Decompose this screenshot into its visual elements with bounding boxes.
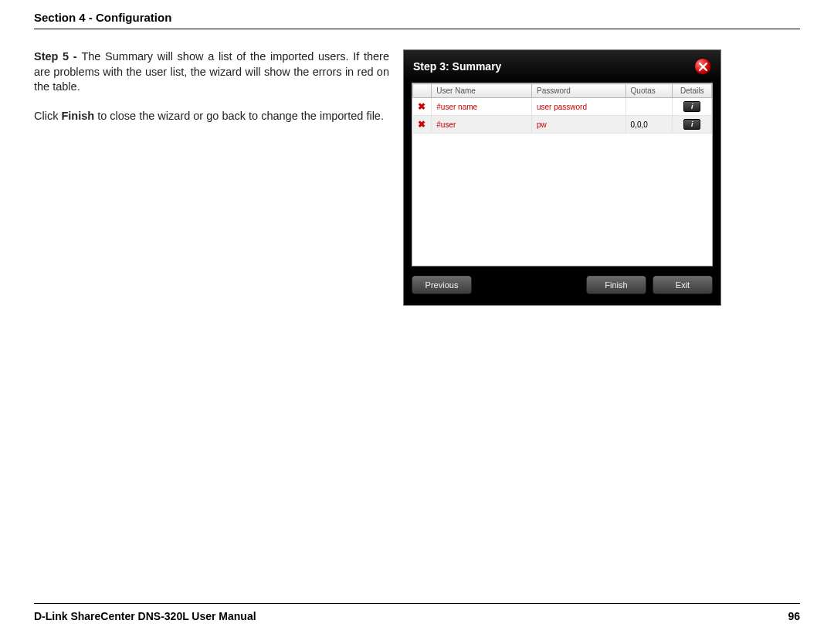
paragraph-1: The Summary will show a list of the impo… xyxy=(34,50,389,93)
details-button[interactable]: i xyxy=(683,119,700,130)
step-label: Step 5 - xyxy=(34,50,81,63)
cell-username: #user name xyxy=(432,98,532,116)
footer-page-number: 96 xyxy=(788,610,800,622)
error-icon: ✖ xyxy=(413,116,432,134)
instruction-text: Step 5 - The Summary will show a list of… xyxy=(34,49,389,306)
col-header-username: User Name xyxy=(432,84,532,98)
summary-table: User Name Password Quotas Details ✖ #use… xyxy=(412,83,713,266)
wizard-title: Step 3: Summary xyxy=(413,60,501,73)
section-header: Section 4 - Configuration xyxy=(34,11,800,29)
error-icon: ✖ xyxy=(413,98,432,116)
wizard-dialog: Step 3: Summary User Name Passw xyxy=(403,49,721,306)
paragraph-2a: Click xyxy=(34,110,61,122)
cell-quotas xyxy=(626,98,673,116)
details-button[interactable]: i xyxy=(683,101,700,112)
col-header-password: Password xyxy=(531,84,626,98)
cell-password: pw xyxy=(531,116,626,134)
cell-password: user password xyxy=(531,98,626,116)
footer-manual-title: D-Link ShareCenter DNS-320L User Manual xyxy=(34,610,256,622)
table-row: ✖ #user pw 0,0,0 i xyxy=(413,116,712,134)
paragraph-2b: to close the wizard or go back to change… xyxy=(94,110,384,122)
cell-username: #user xyxy=(432,116,532,134)
paragraph-2-bold: Finish xyxy=(61,110,94,122)
col-header-details: Details xyxy=(673,84,712,98)
col-header-quotas: Quotas xyxy=(626,84,673,98)
close-icon xyxy=(699,63,707,71)
exit-button[interactable]: Exit xyxy=(653,276,713,294)
close-button[interactable] xyxy=(694,58,711,75)
finish-button[interactable]: Finish xyxy=(586,276,646,294)
previous-button[interactable]: Previous xyxy=(412,276,472,294)
table-row: ✖ #user name user password i xyxy=(413,98,712,116)
cell-quotas: 0,0,0 xyxy=(626,116,673,134)
